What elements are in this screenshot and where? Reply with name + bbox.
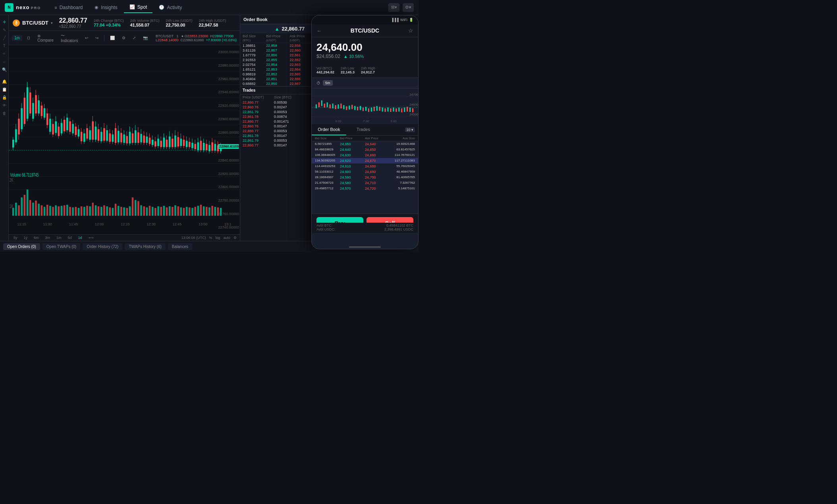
- logo[interactable]: N nexo PRO: [5, 3, 41, 12]
- svg-rect-259: [368, 108, 369, 112]
- chart-toolbar: 1m ⟨⟩ ⊕ Compare 〜 Indicators ↩ ↪ ⬜ ⚙ ⤢ 📷…: [9, 31, 240, 45]
- interval-1m-btn[interactable]: 1m: [12, 35, 22, 41]
- svg-rect-166: [29, 200, 31, 216]
- clock-icon: 🕐: [159, 5, 164, 10]
- timeframe-5y-btn[interactable]: 5y: [12, 235, 19, 240]
- svg-rect-170: [41, 205, 42, 215]
- sidebar-text[interactable]: T: [1, 42, 8, 49]
- svg-text:2K: 2K: [10, 177, 14, 183]
- svg-rect-209: [152, 207, 153, 215]
- compare-btn[interactable]: ⊕ Compare: [35, 33, 56, 43]
- ticker-bar: ₿ BTC/USDT ▾ 22,860.77 ≈$22,860.77 24h C…: [9, 15, 240, 31]
- timeframe-6m-btn[interactable]: 6m: [32, 235, 40, 240]
- phone-ob-row[interactable]: 28.18684997 24,590 24,700 81.40665765: [312, 175, 418, 180]
- sidebar-crosshair[interactable]: ✛: [1, 18, 8, 25]
- phone-ob-row[interactable]: 29.49857712 24,570 24,720 5.14875101: [312, 186, 418, 191]
- sidebar-draw[interactable]: ✎: [1, 26, 8, 33]
- phone-ob-row[interactable]: 106.36848005 24,630 24,660 114.76760121: [312, 152, 418, 158]
- insights-icon: ◉: [94, 5, 98, 10]
- left-sidebar: ✛ ✎ ╱ T ⟡ ↔ 🔍 🔔 📋 🔒 👁 🗑: [0, 15, 9, 241]
- btc-icon: ₿: [13, 19, 20, 27]
- svg-rect-16: [18, 119, 19, 135]
- phone-ob-tab[interactable]: Order Book: [312, 124, 346, 135]
- svg-rect-206: [143, 206, 145, 216]
- sidebar-line[interactable]: ╱: [1, 34, 8, 41]
- phone-ob-row[interactable]: 21.47506723 24,580 24,710 7.3267762: [312, 180, 418, 186]
- svg-rect-211: [157, 206, 159, 216]
- ticker-low-stat: 24h Low (USDT) 22,750.00: [166, 19, 192, 27]
- settings-icon[interactable]: ⚙: [233, 236, 237, 240]
- sidebar-lock[interactable]: 🔒: [1, 94, 8, 101]
- phone-trades-tab[interactable]: Trades: [346, 124, 381, 135]
- svg-rect-264: [382, 108, 383, 112]
- nav-activity[interactable]: 🕐 Activity: [153, 2, 187, 13]
- layout-btn[interactable]: ⊞▾: [388, 3, 399, 12]
- nav-spot[interactable]: 📈 Spot: [124, 2, 153, 13]
- timeframe-5d-btn[interactable]: 5d: [66, 235, 73, 240]
- fullscreen-toggle-btn[interactable]: ⬜: [108, 35, 117, 41]
- redo-btn[interactable]: ↪: [93, 35, 101, 41]
- open-twaps-tab[interactable]: Open TWAPs (0): [42, 243, 81, 250]
- sidebar-eye[interactable]: 👁: [1, 102, 8, 109]
- svg-rect-192: [103, 205, 105, 215]
- phone-5m-btn[interactable]: 5m: [323, 80, 333, 86]
- sidebar-measure[interactable]: ↔: [1, 58, 8, 65]
- timeframe-1m-btn[interactable]: 1m: [55, 235, 63, 240]
- undo-btn[interactable]: ↩: [83, 35, 91, 41]
- phone-ob-row[interactable]: 58.11033012 24,600 24,690 46.46847959: [312, 169, 418, 175]
- phone-star-btn[interactable]: ☆: [408, 27, 413, 34]
- chart-icon: 📈: [129, 4, 135, 10]
- phone-ob-row[interactable]: 84.48639829 24,640 24,650 63.81457625: [312, 147, 418, 152]
- svg-rect-231: [214, 207, 216, 215]
- indicators-btn[interactable]: 〜 Indicators: [58, 32, 80, 44]
- nav-insights[interactable]: ◉ Insights: [89, 2, 123, 13]
- ob-count-selector[interactable]: 10 ▾: [405, 127, 415, 132]
- settings-btn[interactable]: ⚙▾: [403, 3, 414, 12]
- sidebar-order[interactable]: 📋: [1, 86, 8, 93]
- svg-rect-213: [163, 206, 165, 216]
- sidebar-pattern[interactable]: ⟡: [1, 50, 8, 57]
- indicators-icon-btn[interactable]: ⟨⟩: [25, 35, 33, 41]
- svg-rect-250: [343, 105, 344, 109]
- expand-btn[interactable]: ⤢: [130, 35, 138, 41]
- phone-mini-chart: 24700 24600 24500 6:00 7:30 9:00: [312, 88, 418, 124]
- phone-ob-row[interactable]: 114.44919253 24,610 24,680 55.76029345: [312, 164, 418, 169]
- svg-rect-187: [89, 206, 91, 216]
- svg-rect-183: [78, 208, 79, 216]
- open-orders-tab[interactable]: Open Orders (0): [3, 243, 40, 250]
- svg-rect-171: [44, 207, 45, 215]
- svg-text:24500: 24500: [409, 113, 418, 116]
- phone-ob-row[interactable]: 6.56721895 24,650 24,640 19.93921468: [312, 141, 418, 147]
- toolbar-separator: [104, 35, 104, 41]
- phone-price-section: 24,640.00 $24,656.02 ▲ 10.56%: [312, 37, 418, 63]
- sidebar-zoom[interactable]: 🔍: [1, 66, 8, 73]
- pair-selector[interactable]: ₿ BTC/USDT ▾: [13, 19, 53, 27]
- chart-canvas[interactable]: 23000.00000 22980.00000 22960.00000 2294…: [9, 45, 240, 234]
- timeframe-1y-btn[interactable]: 1y: [22, 235, 29, 240]
- nav-dashboard[interactable]: ≡ Dashboard: [49, 2, 88, 13]
- sidebar-trash[interactable]: 🗑: [1, 110, 8, 117]
- balances-tab[interactable]: Balances: [168, 243, 192, 250]
- svg-rect-225: [197, 206, 199, 216]
- timeframe-3m-btn[interactable]: 3m: [44, 235, 52, 240]
- order-history-tab[interactable]: Order History (72): [83, 243, 122, 250]
- twaps-history-tab[interactable]: TWAPs History (6): [125, 243, 165, 250]
- svg-rect-221: [186, 207, 187, 215]
- settings-chart-btn[interactable]: ⚙: [120, 35, 128, 41]
- svg-rect-184: [81, 206, 82, 216]
- svg-text:1K: 1K: [10, 204, 14, 209]
- svg-rect-215: [169, 206, 170, 216]
- svg-rect-172: [46, 205, 48, 216]
- phone-back-btn[interactable]: ←: [316, 28, 322, 34]
- signal-icon: ▐▐▐: [391, 18, 399, 22]
- camera-btn[interactable]: 📷: [141, 35, 150, 41]
- svg-rect-241: [318, 102, 320, 107]
- svg-rect-253: [351, 105, 353, 109]
- svg-rect-274: [409, 108, 411, 112]
- sidebar-alert[interactable]: 🔔: [1, 78, 8, 85]
- phone-ob-row[interactable]: 134.50392205 24,620 24,670 117.27111083: [312, 158, 418, 164]
- svg-text:24600: 24600: [409, 103, 418, 106]
- timeframe-1d-btn[interactable]: 1d: [77, 235, 84, 240]
- svg-rect-275: [412, 108, 413, 112]
- logo-name: nexo PRO: [16, 4, 41, 10]
